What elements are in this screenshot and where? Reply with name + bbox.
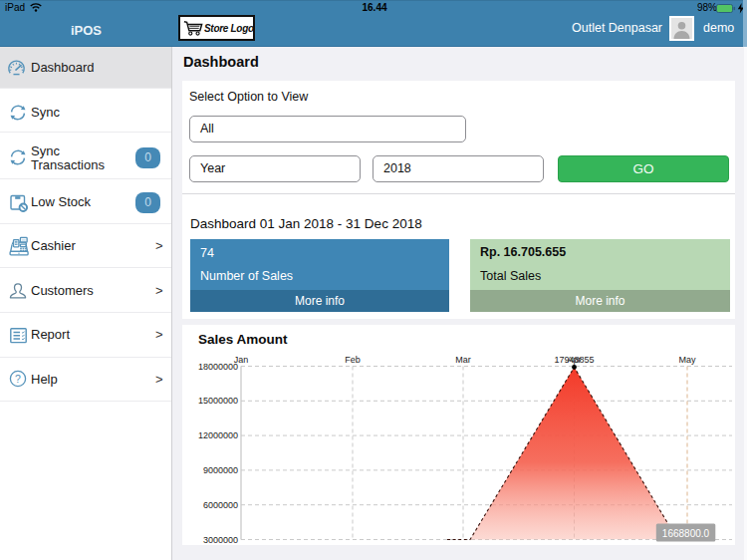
svg-text:9000000: 9000000 [203, 465, 238, 475]
svg-text:1668800.0: 1668800.0 [662, 528, 710, 539]
svg-text:6000000: 6000000 [203, 500, 238, 510]
svg-text:May: May [678, 355, 696, 365]
svg-text:Feb: Feb [345, 355, 361, 365]
svg-text:Mar: Mar [455, 355, 471, 365]
svg-text:18000000: 18000000 [198, 362, 238, 372]
svg-text:15000000: 15000000 [198, 396, 238, 406]
svg-text:?: ? [15, 373, 21, 385]
svg-text:17948855: 17948855 [554, 355, 594, 365]
svg-text:3000000: 3000000 [203, 535, 238, 545]
svg-text:12000000: 12000000 [198, 430, 238, 440]
